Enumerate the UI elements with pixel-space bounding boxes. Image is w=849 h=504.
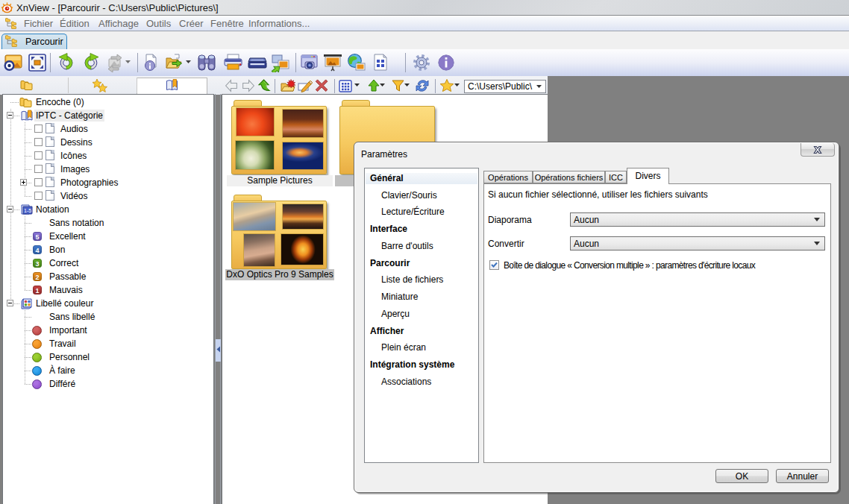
svg-text:1-5: 1-5 (24, 208, 31, 213)
